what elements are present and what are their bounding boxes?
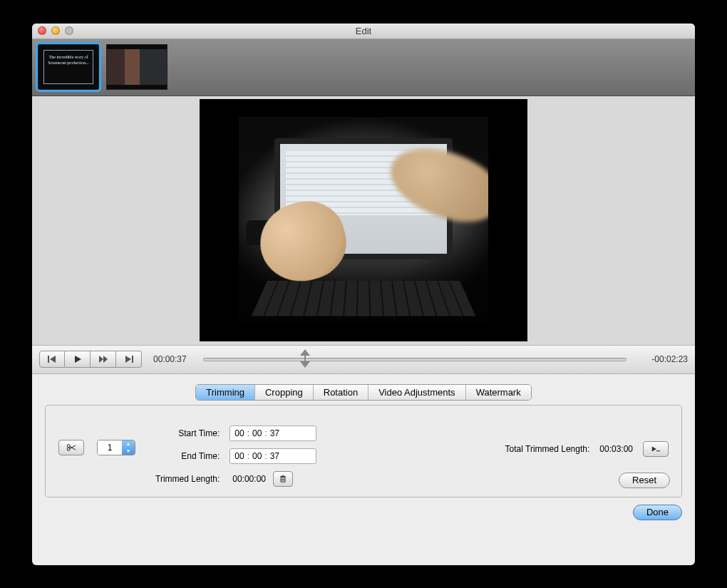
chevron-down-icon[interactable]: ▼: [122, 448, 135, 455]
svg-marker-2: [75, 356, 81, 363]
svg-point-8: [67, 448, 70, 450]
cut-button[interactable]: [58, 440, 84, 455]
edit-tabs: Trimming Cropping Rotation Video Adjustm…: [32, 374, 695, 403]
edit-window: Edit The incredible story of Screencast …: [32, 24, 695, 565]
delete-segment-button[interactable]: [273, 471, 293, 487]
tab-rotation[interactable]: Rotation: [314, 385, 368, 400]
trimmed-length-value: 00:00:00: [232, 474, 266, 484]
play-icon: [73, 355, 83, 363]
tab-segmented-control: Trimming Cropping Rotation Video Adjustm…: [195, 384, 531, 401]
total-trimmed-label: Total Trimmed Length:: [505, 444, 590, 454]
video-preview[interactable]: [200, 99, 527, 341]
svg-marker-4: [103, 356, 108, 363]
svg-point-7: [67, 444, 70, 447]
trim-time-grid: Start Time: 00: 00: 37 End Time: 00: 00:…: [155, 425, 316, 487]
total-trimmed-value: 00:03:00: [599, 444, 633, 454]
svg-rect-6: [132, 356, 133, 363]
preview-area: [32, 96, 695, 346]
clip-thumbnail[interactable]: The incredible story of Screencast produ…: [38, 44, 99, 90]
video-frame-image: [239, 117, 488, 324]
tab-cropping[interactable]: Cropping: [255, 385, 314, 400]
trim-segment-controls: 1 ▲ ▼: [58, 425, 135, 455]
clip-thumbnail-preview: The incredible story of Screencast produ…: [43, 50, 93, 84]
end-time-input[interactable]: 00: 00: 37: [230, 448, 316, 464]
skip-end-icon: [124, 355, 134, 363]
playhead-marker[interactable]: [299, 349, 311, 368]
trimmed-length-label: Trimmed Length:: [155, 474, 220, 484]
end-mm: 00: [252, 451, 262, 461]
clip-thumbnail[interactable]: [106, 44, 167, 90]
svg-rect-0: [48, 356, 49, 363]
window-title: Edit: [32, 26, 695, 36]
titlebar: Edit: [32, 24, 695, 39]
start-time-input[interactable]: 00: 00: 37: [230, 425, 316, 441]
fast-forward-button[interactable]: [91, 351, 116, 368]
segment-value: 1: [98, 440, 122, 455]
trimming-panel: 1 ▲ ▼ Start Time: 00: 00: 37 End Time: 0…: [45, 405, 682, 497]
reset-button[interactable]: Reset: [619, 473, 670, 488]
svg-marker-5: [125, 356, 131, 363]
svg-marker-17: [652, 446, 656, 451]
timeline-slider[interactable]: [203, 354, 627, 365]
tab-watermark[interactable]: Watermark: [466, 385, 531, 400]
playback-bar: 00:00:37 -00:02:23: [32, 346, 695, 374]
done-button[interactable]: Done: [633, 505, 682, 520]
clip-thumbnail-bar: The incredible story of Screencast produ…: [32, 39, 695, 96]
end-hh: 00: [234, 451, 244, 461]
start-mm: 00: [252, 428, 262, 438]
trash-icon: [278, 475, 288, 483]
end-time-label: End Time:: [155, 451, 220, 461]
window-controls: [32, 26, 73, 35]
preview-trimmed-button[interactable]: [643, 441, 669, 457]
skip-start-icon: [47, 355, 57, 363]
tab-video-adjustments[interactable]: Video Adjustments: [368, 385, 465, 400]
close-icon[interactable]: [38, 26, 46, 35]
prev-button[interactable]: [39, 351, 65, 368]
current-time: 00:00:37: [153, 354, 196, 364]
zoom-icon[interactable]: [65, 26, 73, 35]
scissors-icon: [66, 443, 76, 452]
dialog-footer: Done: [32, 505, 695, 530]
segment-stepper[interactable]: 1 ▲ ▼: [97, 440, 135, 455]
chevron-up-icon[interactable]: ▲: [122, 440, 135, 448]
minimize-icon[interactable]: [51, 26, 60, 35]
svg-marker-1: [50, 356, 56, 363]
play-export-icon: [651, 445, 661, 453]
play-button[interactable]: [65, 351, 91, 368]
start-ss: 37: [270, 428, 279, 438]
end-ss: 37: [270, 451, 279, 461]
tab-trimming[interactable]: Trimming: [196, 385, 255, 400]
timeline-track: [203, 358, 627, 361]
svg-marker-3: [99, 356, 103, 363]
remaining-time: -00:02:23: [638, 354, 688, 364]
fast-forward-icon: [98, 355, 108, 363]
start-time-label: Start Time:: [155, 428, 220, 438]
start-hh: 00: [234, 428, 244, 438]
next-button[interactable]: [116, 351, 142, 368]
clip-thumbnail-preview: [107, 49, 167, 85]
stepper-arrows[interactable]: ▲ ▼: [122, 440, 135, 455]
playback-buttons: [39, 351, 142, 368]
total-trimmed-info: Total Trimmed Length: 00:03:00: [505, 425, 669, 457]
